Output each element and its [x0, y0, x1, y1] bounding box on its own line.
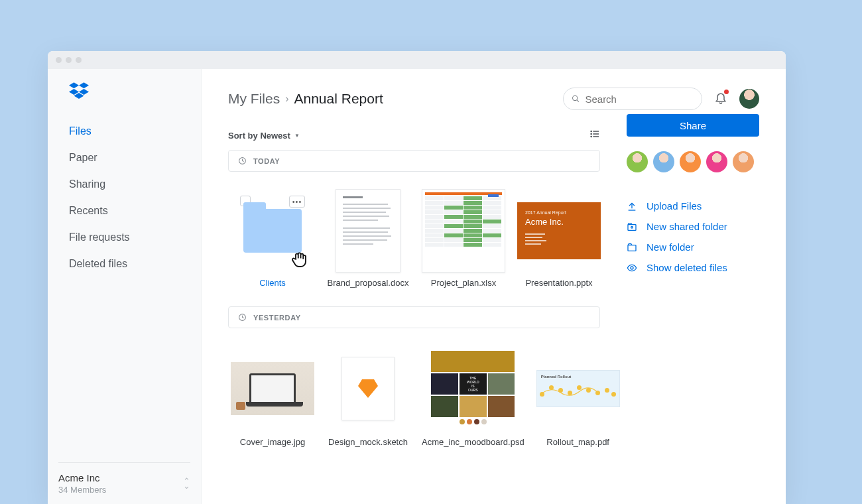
sketch-diamond-icon [358, 379, 378, 398]
sidebar-item-recents[interactable]: Recents [69, 198, 201, 224]
svg-rect-16 [628, 224, 636, 230]
file-name[interactable]: Clients [259, 278, 286, 289]
file-name: Rollout_map.pdf [546, 437, 609, 448]
sort-label: Sort by Newest [228, 131, 290, 141]
up-down-chevron-icon: ⌃⌄ [183, 479, 190, 488]
file-item-xls[interactable]: Project_plan.xlsx [419, 182, 508, 298]
file-name: Cover_image.jpg [240, 437, 305, 448]
notification-dot [724, 90, 729, 94]
file-item-image[interactable]: Cover_image.jpg [228, 339, 317, 465]
cursor-hand-icon [289, 250, 309, 270]
right-panel: Share Upload Files [627, 110, 759, 465]
file-item-sketch[interactable]: Design_mock.sketch [324, 339, 412, 465]
window-titlebar [48, 51, 786, 69]
sidebar-nav: Files Paper Sharing Recents File request… [48, 118, 201, 277]
shared-members [627, 151, 759, 172]
org-name: Acme Inc [58, 472, 106, 483]
sidebar: Files Paper Sharing Recents File request… [48, 69, 202, 504]
chevron-right-icon: › [285, 93, 288, 105]
member-avatar[interactable] [733, 151, 754, 172]
member-avatar[interactable] [680, 151, 701, 172]
document-thumbnail [336, 189, 400, 273]
action-new-folder[interactable]: New folder [627, 241, 759, 253]
presentation-thumbnail: 2017 Annual Report Acme Inc. [517, 202, 601, 259]
breadcrumb-current: Annual Report [294, 91, 383, 107]
more-button[interactable]: ••• [289, 196, 305, 208]
view-toggle-list[interactable] [589, 129, 600, 142]
main-content: My Files › Annual Report [202, 69, 786, 504]
svg-marker-1 [79, 82, 89, 88]
shared-folder-icon [627, 221, 637, 232]
traffic-light-close[interactable] [56, 57, 62, 63]
svg-marker-15 [358, 379, 378, 398]
moodboard-thumbnail: THEWORLDISOURS [431, 351, 515, 417]
sidebar-item-file-requests[interactable]: File requests [69, 224, 201, 251]
org-members: 34 Members [58, 485, 106, 495]
image-thumbnail [231, 362, 314, 415]
list-icon [589, 129, 600, 139]
file-name: Design_mock.sketch [328, 437, 408, 448]
member-avatar[interactable] [627, 151, 648, 172]
breadcrumb-root[interactable]: My Files [228, 91, 280, 107]
sidebar-item-deleted-files[interactable]: Deleted files [69, 251, 201, 277]
caret-down-icon: ▼ [294, 133, 300, 139]
folder-icon [243, 209, 302, 253]
svg-point-17 [631, 226, 633, 228]
file-item-ppt[interactable]: 2017 Annual Report Acme Inc. Presentatio… [515, 182, 603, 298]
svg-line-6 [577, 100, 579, 102]
search-input[interactable] [585, 94, 694, 105]
file-item-rollout[interactable]: Planned Rollout [534, 339, 623, 465]
section-label: YESTERDAY [253, 314, 301, 322]
upload-icon [627, 201, 637, 212]
svg-marker-0 [69, 82, 79, 88]
clock-icon [238, 313, 247, 322]
action-upload-files[interactable]: Upload Files [627, 200, 759, 212]
svg-point-5 [573, 95, 578, 100]
sketch-thumbnail [341, 357, 395, 420]
rollout-thumbnail: Planned Rollout [536, 370, 620, 407]
action-label: Show deleted files [646, 262, 727, 273]
file-name: Acme_inc_moodboard.psd [422, 437, 524, 448]
section-header-today: TODAY [228, 150, 600, 172]
sidebar-item-sharing[interactable]: Sharing [69, 171, 201, 198]
svg-rect-18 [628, 245, 636, 251]
file-name: Brand_proposal.docx [328, 278, 409, 289]
file-item-doc[interactable]: Brand_proposal.docx [324, 182, 412, 298]
section-header-yesterday: YESTERDAY [228, 306, 600, 328]
section-label: TODAY [253, 157, 280, 165]
file-item-moodboard[interactable]: THEWORLDISOURS [419, 339, 527, 465]
action-label: Upload Files [646, 200, 702, 212]
app-window: Files Paper Sharing Recents File request… [48, 51, 786, 504]
svg-point-10 [591, 131, 591, 131]
member-avatar[interactable] [706, 151, 727, 172]
traffic-light-zoom[interactable] [76, 57, 82, 63]
svg-point-12 [591, 136, 591, 137]
svg-point-19 [631, 267, 633, 269]
clock-icon [238, 157, 247, 165]
action-new-shared-folder[interactable]: New shared folder [627, 221, 759, 232]
org-switcher[interactable]: Acme Inc 34 Members ⌃⌄ [58, 462, 190, 504]
notifications-button[interactable] [714, 91, 727, 107]
svg-point-11 [591, 133, 591, 134]
file-name: Presentation.pptx [525, 278, 592, 289]
action-label: New shared folder [646, 221, 727, 232]
spreadsheet-thumbnail [422, 189, 505, 273]
folder-icon [627, 242, 637, 253]
file-name: Project_plan.xlsx [431, 278, 496, 289]
eye-icon [627, 263, 637, 273]
member-avatar[interactable] [653, 151, 674, 172]
action-label: New folder [646, 241, 694, 253]
traffic-light-minimize[interactable] [66, 57, 72, 63]
breadcrumb: My Files › Annual Report [228, 91, 383, 107]
file-item-folder[interactable]: ••• Clients [228, 182, 317, 298]
share-button[interactable]: Share [627, 114, 759, 137]
search-box[interactable] [563, 88, 702, 110]
sidebar-item-files[interactable]: Files [69, 118, 201, 145]
sort-dropdown[interactable]: Sort by Newest ▼ [228, 131, 300, 141]
search-icon [572, 94, 580, 103]
action-show-deleted[interactable]: Show deleted files [627, 262, 759, 273]
sidebar-item-paper[interactable]: Paper [69, 145, 201, 171]
dropbox-logo[interactable] [48, 82, 201, 118]
current-user-avatar[interactable] [739, 89, 759, 109]
